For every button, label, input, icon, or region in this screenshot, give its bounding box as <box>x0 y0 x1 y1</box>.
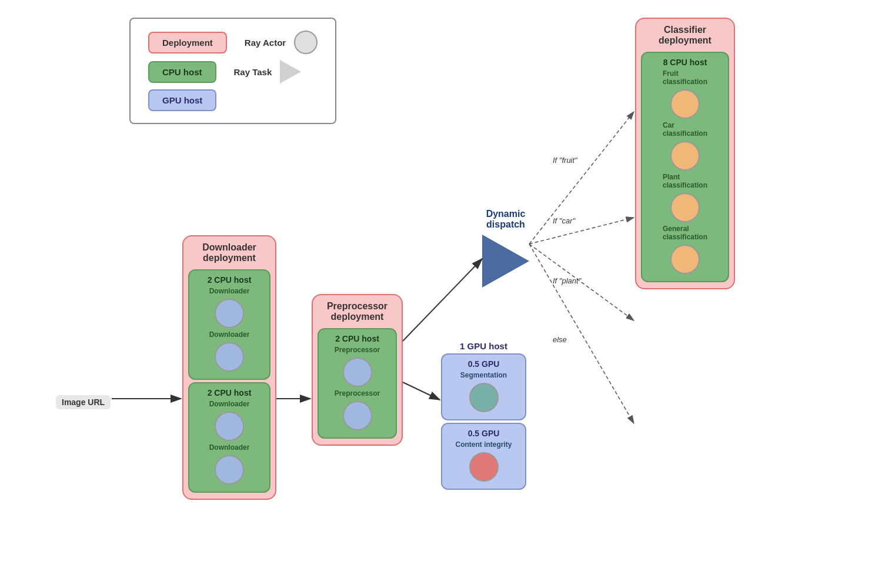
arrow-dispatch-car <box>529 218 634 244</box>
classifier-cpu-host: 8 CPU host Fruitclassification Carclassi… <box>641 52 729 282</box>
legend-item-ray-actor: Ray Actor <box>245 31 318 54</box>
general-actor-circle <box>670 245 700 274</box>
downloader-actor3-label: Downloader <box>209 400 250 408</box>
legend-deployment-badge: Deployment <box>148 32 227 54</box>
preprocessor-actor1-circle <box>343 358 372 387</box>
segmentation-actor-circle <box>469 383 499 412</box>
legend-item-cpu: CPU host <box>148 61 216 83</box>
dynamic-dispatch-container: Dynamicdispatch <box>482 209 529 288</box>
downloader-actor4-circle <box>215 455 244 485</box>
ray-actor-icon <box>294 31 318 54</box>
gpu-deployment-container: 1 GPU host 0.5 GPU Segmentation 0.5 GPU … <box>441 341 526 490</box>
preprocessor-deployment: Preprocessordeployment 2 CPU host Prepro… <box>312 294 403 446</box>
segmentation-gpu-label: 0.5 GPU <box>468 359 500 369</box>
classifier-deployment-title: Classifierdeployment <box>659 25 711 46</box>
arrow-preprocessor-segmentation <box>403 382 440 400</box>
car-actor-circle <box>670 141 700 171</box>
downloader-actor1-circle <box>215 299 244 328</box>
dynamic-dispatch-triangle <box>482 235 529 288</box>
dispatch-label-fruit: If "fruit" <box>553 156 577 165</box>
legend-item-gpu: GPU host <box>148 89 216 111</box>
content-integrity-actor-label: Content integrity <box>456 440 512 449</box>
downloader-actor2-circle <box>215 342 244 372</box>
dispatch-label-plant: If "plant" <box>553 276 581 285</box>
downloader-actor2-label: Downloader <box>209 330 250 339</box>
content-integrity-gpu-box: 0.5 GPU Content integrity <box>441 423 526 490</box>
preprocessor-host-label: 2 CPU host <box>335 334 379 343</box>
legend-row-3: GPU host <box>148 89 318 111</box>
dispatch-label-else: else <box>553 335 567 344</box>
downloader-actor4-label: Downloader <box>209 443 250 452</box>
plant-actor-circle <box>670 193 700 222</box>
arrow-dispatch-general <box>529 244 634 423</box>
dynamic-dispatch-label: Dynamicdispatch <box>482 209 529 230</box>
dispatch-label-car: If "car" <box>553 216 575 225</box>
car-actor-label: Carclassification <box>663 121 707 138</box>
ray-task-icon <box>280 60 301 83</box>
general-actor-label: Generalclassification <box>663 225 707 241</box>
legend-row-1: Deployment Ray Actor <box>148 31 318 54</box>
legend-item-deployment: Deployment <box>148 32 227 54</box>
legend-gpu-badge: GPU host <box>148 89 216 111</box>
fruit-actor-label: Fruitclassification <box>663 69 707 86</box>
content-integrity-actor-circle <box>469 452 499 482</box>
content-integrity-gpu-label: 0.5 GPU <box>468 429 500 438</box>
classifier-host-label: 8 CPU host <box>663 58 707 67</box>
preprocessor-actor2-circle <box>343 401 372 430</box>
legend-row-2: CPU host Ray Task <box>148 60 318 83</box>
preprocessor-deployment-title: Preprocessordeployment <box>327 301 387 322</box>
image-url-label: Image URL <box>56 395 111 409</box>
legend-cpu-badge: CPU host <box>148 61 216 83</box>
fruit-actor-circle <box>670 89 700 119</box>
preprocessor-cpu-host: 2 CPU host Preprocessor Preprocessor <box>318 328 397 439</box>
legend-item-ray-task: Ray Task <box>234 60 302 83</box>
preprocessor-actor2-label: Preprocessor <box>335 389 380 397</box>
preprocessor-actor1-label: Preprocessor <box>335 346 380 354</box>
ray-task-label: Ray Task <box>234 67 272 77</box>
downloader-host2-label: 2 CPU host <box>208 388 252 397</box>
segmentation-gpu-box: 0.5 GPU Segmentation <box>441 353 526 420</box>
classifier-deployment: Classifierdeployment 8 CPU host Fruitcla… <box>635 18 735 289</box>
arrow-preprocessor-dispatch <box>403 259 482 341</box>
downloader-actor3-circle <box>215 412 244 441</box>
downloader-deployment-title: Downloaderdeployment <box>202 242 256 263</box>
arrow-dispatch-plant <box>529 244 634 320</box>
downloader-host1-label: 2 CPU host <box>208 275 252 285</box>
downloader-actor1-label: Downloader <box>209 287 250 295</box>
ray-actor-label: Ray Actor <box>245 38 286 48</box>
downloader-cpu-host-2: 2 CPU host Downloader Downloader <box>188 382 270 493</box>
downloader-deployment: Downloaderdeployment 2 CPU host Download… <box>182 235 276 500</box>
gpu-host-outer-label: 1 GPU host <box>441 341 526 351</box>
downloader-cpu-host-1: 2 CPU host Downloader Downloader <box>188 269 270 380</box>
arrow-dispatch-fruit <box>529 112 634 244</box>
legend-box: Deployment Ray Actor CPU host Ray Task G… <box>129 18 336 124</box>
plant-actor-label: Plantclassification <box>663 173 707 189</box>
segmentation-actor-label: Segmentation <box>460 371 507 379</box>
